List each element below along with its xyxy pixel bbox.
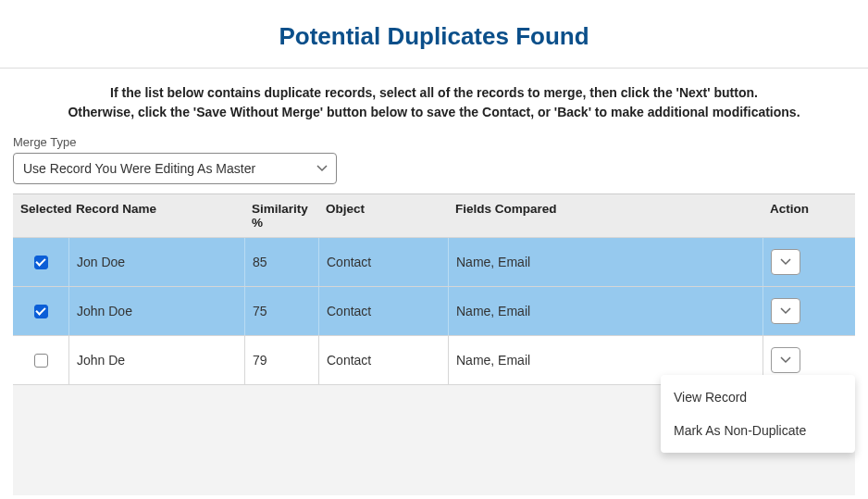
table-row: Jon Doe85ContactName, Email xyxy=(13,237,855,286)
row-action-button[interactable] xyxy=(771,249,800,275)
merge-type-select[interactable]: Use Record You Were Editing As Master xyxy=(13,153,337,184)
merge-type-value: Use Record You Were Editing As Master xyxy=(23,161,255,176)
chevron-down-icon xyxy=(780,258,791,266)
cell-fields-compared: Name, Email xyxy=(448,238,763,286)
cell-object: Contact xyxy=(318,238,448,286)
chevron-down-icon xyxy=(780,307,791,315)
table-row: John De79ContactName, EmailView RecordMa… xyxy=(13,335,855,384)
instructions-line-2: Otherwise, click the 'Save Without Merge… xyxy=(28,103,840,122)
instructions: If the list below contains duplicate rec… xyxy=(0,69,868,126)
table-row: John Doe75ContactName, Email xyxy=(13,286,855,335)
cell-record-name: John Doe xyxy=(68,287,244,335)
duplicates-grid: Selected Record Name Similarity % Object… xyxy=(13,193,855,495)
menu-view-record[interactable]: View Record xyxy=(661,380,855,414)
cell-similarity: 85 xyxy=(244,238,318,286)
cell-object: Contact xyxy=(318,336,448,384)
instructions-line-1: If the list below contains duplicate rec… xyxy=(28,83,840,103)
row-action-menu: View RecordMark As Non-Duplicate xyxy=(661,375,855,453)
cell-similarity: 75 xyxy=(244,287,318,335)
row-select-checkbox[interactable] xyxy=(34,305,48,318)
cell-fields-compared: Name, Email xyxy=(448,287,763,335)
row-select-checkbox[interactable] xyxy=(34,256,48,269)
page-title: Potential Duplicates Found xyxy=(0,0,868,68)
cell-object: Contact xyxy=(318,287,448,335)
col-similarity: Similarity % xyxy=(244,194,318,237)
menu-mark-non-duplicate[interactable]: Mark As Non-Duplicate xyxy=(661,414,855,447)
col-object: Object xyxy=(318,194,448,237)
row-action-button[interactable] xyxy=(771,347,800,373)
row-select-checkbox[interactable] xyxy=(34,354,48,368)
row-action-button[interactable] xyxy=(771,298,800,324)
cell-similarity: 79 xyxy=(244,336,318,384)
col-record-name: Record Name xyxy=(68,194,244,237)
cell-record-name: Jon Doe xyxy=(68,238,244,286)
cell-record-name: John De xyxy=(68,336,244,384)
col-action: Action xyxy=(763,194,855,237)
merge-type-label: Merge Type xyxy=(13,135,855,149)
col-fields-compared: Fields Compared xyxy=(448,194,763,237)
grid-header-row: Selected Record Name Similarity % Object… xyxy=(13,194,855,237)
chevron-down-icon xyxy=(780,356,791,364)
col-selected: Selected xyxy=(13,194,68,237)
